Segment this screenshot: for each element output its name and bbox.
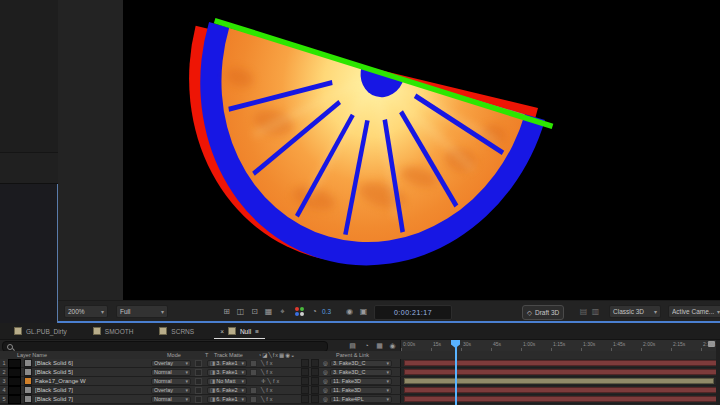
- timeline-tab[interactable]: × Null ≡: [220, 323, 259, 339]
- preserve-transparency-toggle[interactable]: [195, 378, 202, 385]
- layer-switches[interactable]: ╲fx: [261, 396, 301, 402]
- switch-box[interactable]: [301, 395, 309, 403]
- track-matte-dropdown[interactable]: ◨ No Matt ▾: [207, 378, 247, 385]
- timeline-scrollbar[interactable]: [716, 340, 720, 405]
- track-matte-dropdown[interactable]: ◨ 6. Fake1 ▾: [207, 396, 247, 403]
- preserve-transparency-toggle[interactable]: [195, 369, 202, 376]
- track-matte-dropdown[interactable]: ◨ 3. Fake1 ▾: [207, 360, 247, 367]
- track-matte-dropdown[interactable]: ◨ 6. Fake2 ▾: [207, 387, 247, 394]
- target-icon[interactable]: ⌖: [277, 306, 288, 317]
- layer-switches[interactable]: ╲fx: [261, 387, 301, 393]
- time-ruler[interactable]: 0:00s15s30s45s1:00s1:15s1:30s1:45s2:00s2…: [400, 340, 717, 351]
- transparency-grid-icon[interactable]: ⊞: [221, 306, 232, 317]
- switch-box[interactable]: [301, 377, 309, 385]
- layer-color-chip[interactable]: [24, 395, 32, 403]
- snapshot-icon[interactable]: ◉: [344, 306, 355, 317]
- mask-visibility-icon[interactable]: ◫: [235, 306, 246, 317]
- col-t[interactable]: T: [205, 352, 208, 358]
- layer-duration-bar[interactable]: [404, 369, 718, 375]
- shy-icon[interactable]: ◔: [361, 341, 372, 350]
- tab-close-icon[interactable]: ×: [220, 328, 224, 335]
- layer-switches[interactable]: ✛╲fx: [261, 378, 301, 384]
- pickwhip-icon[interactable]: ◎: [321, 360, 330, 366]
- grid-guides-icon[interactable]: ▦: [263, 306, 274, 317]
- mode-dropdown[interactable]: Overlay▾: [151, 360, 191, 367]
- left-panel-bottom[interactable]: [0, 184, 58, 323]
- layer-duration-bar[interactable]: [404, 378, 714, 384]
- switch-box[interactable]: [311, 395, 319, 403]
- table-row[interactable]: 4 [Black Solid 7] Overlay▾ ◨ 6. Fake2 ▾ …: [0, 386, 720, 395]
- mode-dropdown[interactable]: Normal▾: [151, 378, 191, 385]
- layer-name[interactable]: [Black Solid 7]: [35, 396, 151, 402]
- mode-dropdown[interactable]: Overlay▾: [151, 387, 191, 394]
- col-switch-icons[interactable]: ◔◪╲fx▦◉◒: [258, 352, 295, 358]
- left-panel-mid[interactable]: [0, 153, 58, 184]
- mode-dropdown[interactable]: Normal▾: [151, 369, 191, 376]
- timeline-tab[interactable]: GL.PUB_Dirty: [14, 323, 67, 339]
- renderer-dropdown[interactable]: Classic 3D ▾: [609, 305, 661, 318]
- parent-link-dropdown[interactable]: 3. Fake3D_C▾: [330, 369, 392, 376]
- current-timecode[interactable]: 0:00:21:17: [374, 305, 452, 320]
- layer-color-chip[interactable]: [24, 377, 32, 385]
- col-track-matte[interactable]: Track Matte: [214, 352, 243, 358]
- table-row[interactable]: 5 [Black Solid 7] Normal▾ ◨ 6. Fake1 ▾ ╲…: [0, 395, 720, 404]
- resolution-dropdown[interactable]: Full ▾: [116, 305, 168, 318]
- renderer-toggle-b-icon[interactable]: ▥: [590, 306, 601, 317]
- mini-flowchart-icon[interactable]: ▤: [347, 341, 358, 350]
- col-mode[interactable]: Mode: [167, 352, 181, 358]
- pickwhip-icon[interactable]: ◎: [321, 396, 330, 402]
- mode-dropdown[interactable]: Normal▾: [151, 396, 191, 403]
- pickwhip-icon[interactable]: ◎: [321, 369, 330, 375]
- layer-switches[interactable]: ╲fx: [261, 369, 301, 375]
- pickwhip-icon[interactable]: ◎: [321, 387, 330, 393]
- parent-link-dropdown[interactable]: 11. Fake3D▾: [330, 387, 392, 394]
- draft-3d-button[interactable]: ◇ Draft 3D: [522, 305, 564, 320]
- timeline-tab[interactable]: SMOOTH: [93, 323, 134, 339]
- layer-duration-bar[interactable]: [404, 396, 718, 402]
- frame-blend-icon[interactable]: ▦: [374, 341, 385, 350]
- table-row[interactable]: 3 Fake17_Orange W Normal▾ ◨ No Matt ▾ ✛╲…: [0, 377, 720, 386]
- av-toggles[interactable]: [8, 359, 21, 368]
- tab-menu-icon[interactable]: ≡: [255, 328, 259, 335]
- layer-name[interactable]: [Black Solid 6]: [35, 360, 151, 366]
- camera-view-dropdown[interactable]: Active Came... ▾: [668, 305, 720, 318]
- layer-switches[interactable]: ╲fx: [261, 360, 301, 366]
- playhead-line[interactable]: [455, 340, 457, 405]
- table-row[interactable]: 1 [Black Solid 6] Overlay▾ ◨ 3. Fake1 ▾ …: [0, 359, 720, 368]
- av-toggles[interactable]: [8, 395, 21, 404]
- table-row[interactable]: 2 [Black Solid 5] Normal▾ ◨ 3. Fake1 ▾ ╲…: [0, 368, 720, 377]
- show-snapshot-icon[interactable]: ▣: [358, 306, 369, 317]
- col-parent-link[interactable]: Parent & Link: [336, 352, 369, 358]
- region-of-interest-icon[interactable]: ⊡: [249, 306, 260, 317]
- show-channel-icon[interactable]: [295, 307, 305, 317]
- layer-name[interactable]: [Black Solid 7]: [35, 387, 151, 393]
- timeline-tab[interactable]: SCRNS: [159, 323, 194, 339]
- layer-duration-bar[interactable]: [404, 360, 718, 366]
- parent-link-dropdown[interactable]: 11. Fake4PL▾: [330, 396, 392, 403]
- parent-link-dropdown[interactable]: 3. Fake3D_C▾: [330, 360, 392, 367]
- av-toggles[interactable]: [8, 368, 21, 377]
- switch-box[interactable]: [311, 359, 319, 367]
- layer-color-chip[interactable]: [24, 359, 32, 367]
- motion-blur-icon[interactable]: ◉: [387, 341, 398, 350]
- switch-box[interactable]: [311, 377, 319, 385]
- switch-box[interactable]: [311, 368, 319, 376]
- preserve-transparency-toggle[interactable]: [195, 396, 202, 403]
- exposure-value[interactable]: 0.3: [322, 308, 331, 315]
- switch-box[interactable]: [301, 386, 309, 394]
- comp-viewport[interactable]: [123, 0, 720, 300]
- layer-color-chip[interactable]: [24, 368, 32, 376]
- layer-name[interactable]: Fake17_Orange W: [35, 378, 151, 384]
- switch-box[interactable]: [301, 359, 309, 367]
- layer-color-chip[interactable]: [24, 386, 32, 394]
- reset-exposure-icon[interactable]: ◔: [309, 306, 320, 317]
- switch-box[interactable]: [311, 386, 319, 394]
- preserve-transparency-toggle[interactable]: [195, 387, 202, 394]
- layer-name[interactable]: [Black Solid 5]: [35, 369, 151, 375]
- switch-box[interactable]: [301, 368, 309, 376]
- magnification-dropdown[interactable]: 200% ▾: [64, 305, 108, 318]
- col-layer-name[interactable]: Layer Name: [17, 352, 47, 358]
- renderer-toggle-a-icon[interactable]: ▤: [578, 306, 589, 317]
- preserve-transparency-toggle[interactable]: [195, 360, 202, 367]
- av-toggles[interactable]: [8, 377, 21, 386]
